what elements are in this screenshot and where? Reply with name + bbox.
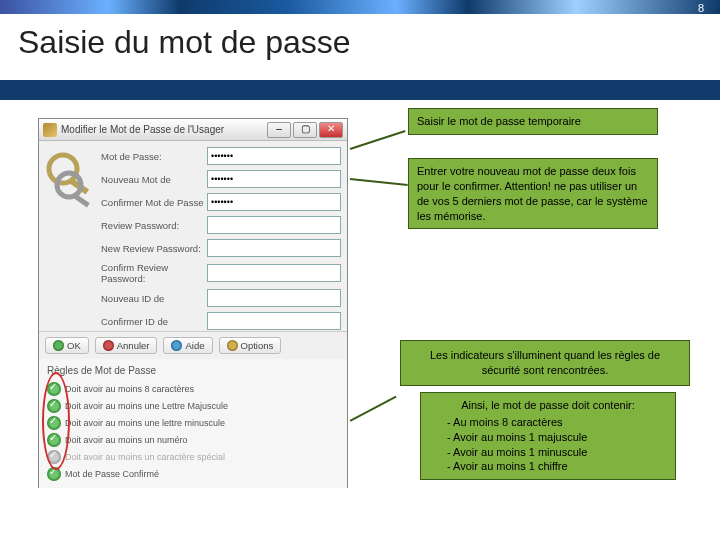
- field-label: Mot de Passe:: [101, 151, 207, 162]
- field-label: Confirmer ID de: [101, 316, 207, 327]
- review-password-input[interactable]: [207, 216, 341, 234]
- field-label: Confirm Review Password:: [101, 262, 207, 284]
- callout-pointer: [350, 130, 406, 149]
- cancel-button[interactable]: Annuler: [95, 337, 158, 354]
- svg-rect-3: [72, 193, 90, 207]
- check-icon: [47, 450, 61, 464]
- dialog-title: Modifier le Mot de Passe de l'Usager: [61, 124, 263, 135]
- current-password-input[interactable]: [207, 147, 341, 165]
- rule-item: Doit avoir au moins une Lettre Majuscule: [47, 397, 339, 414]
- rule-item: Doit avoir au moins une lettre minuscule: [47, 414, 339, 431]
- callout-requirements-item: - Avoir au moins 1 majuscule: [429, 430, 667, 445]
- check-icon: [47, 433, 61, 447]
- new-id-input[interactable]: [207, 289, 341, 307]
- confirm-id-input[interactable]: [207, 312, 341, 330]
- dialog-button-bar: OK Annuler Aide Options: [39, 331, 347, 359]
- callout-requirements: Ainsi, le mot de passe doit contenir: - …: [420, 392, 676, 480]
- options-icon: [227, 340, 238, 351]
- help-button[interactable]: Aide: [163, 337, 212, 354]
- rules-heading: Règles de Mot de Passe: [47, 365, 339, 376]
- rule-item: Doit avoir au moins 8 caractères: [47, 380, 339, 397]
- check-icon: [47, 399, 61, 413]
- check-icon: [53, 340, 64, 351]
- callout-requirements-item: - Au moins 8 caractères: [429, 415, 667, 430]
- new-review-password-input[interactable]: [207, 239, 341, 257]
- callout-requirements-item: - Avoir au moins 1 chiffre: [429, 459, 667, 474]
- field-label: Nouveau Mot de: [101, 174, 207, 185]
- confirm-review-password-input[interactable]: [207, 264, 341, 282]
- callout-temp-password: Saisir le mot de passe temporaire: [408, 108, 658, 135]
- rule-item: Doit avoir au moins un numéro: [47, 431, 339, 448]
- field-label: Nouveau ID de: [101, 293, 207, 304]
- password-rules-panel: Règles de Mot de Passe Doit avoir au moi…: [39, 359, 347, 488]
- slide-content: Modifier le Mot de Passe de l'Usager – ▢…: [0, 100, 720, 540]
- slide-title: Saisie du mot de passe: [18, 24, 351, 61]
- keys-illustration: [39, 141, 101, 331]
- password-dialog: Modifier le Mot de Passe de l'Usager – ▢…: [38, 118, 348, 488]
- callout-requirements-item: - Avoir au moins 1 minuscule: [429, 445, 667, 460]
- callout-indicators: Les indicateurs s'illuminent quand les r…: [400, 340, 690, 386]
- cancel-icon: [103, 340, 114, 351]
- check-icon: [47, 416, 61, 430]
- confirm-password-input[interactable]: [207, 193, 341, 211]
- check-icon: [47, 467, 61, 481]
- rule-item: Mot de Passe Confirmé: [47, 465, 339, 482]
- help-icon: [171, 340, 182, 351]
- slide-header: 8 Saisie du mot de passe: [0, 0, 720, 100]
- field-label: Confirmer Mot de Passe: [101, 197, 207, 208]
- maximize-button[interactable]: ▢: [293, 122, 317, 138]
- callout-pointer: [350, 178, 408, 186]
- keys-icon: [43, 123, 57, 137]
- minimize-button[interactable]: –: [267, 122, 291, 138]
- callout-pointer: [350, 396, 397, 422]
- callout-requirements-title: Ainsi, le mot de passe doit contenir:: [429, 398, 667, 413]
- rule-item: Doit avoir au moins un caractère spécial: [47, 448, 339, 465]
- close-button[interactable]: ✕: [319, 122, 343, 138]
- field-label: Review Password:: [101, 220, 207, 231]
- callout-new-password: Entrer votre nouveau mot de passe deux f…: [408, 158, 658, 229]
- dialog-titlebar: Modifier le Mot de Passe de l'Usager – ▢…: [39, 119, 347, 141]
- field-label: New Review Password:: [101, 243, 207, 254]
- options-button[interactable]: Options: [219, 337, 282, 354]
- ok-button[interactable]: OK: [45, 337, 89, 354]
- check-icon: [47, 382, 61, 396]
- fields-area: Mot de Passe: Nouveau Mot de Confirmer M…: [101, 141, 347, 331]
- page-number: 8: [698, 2, 704, 14]
- new-password-input[interactable]: [207, 170, 341, 188]
